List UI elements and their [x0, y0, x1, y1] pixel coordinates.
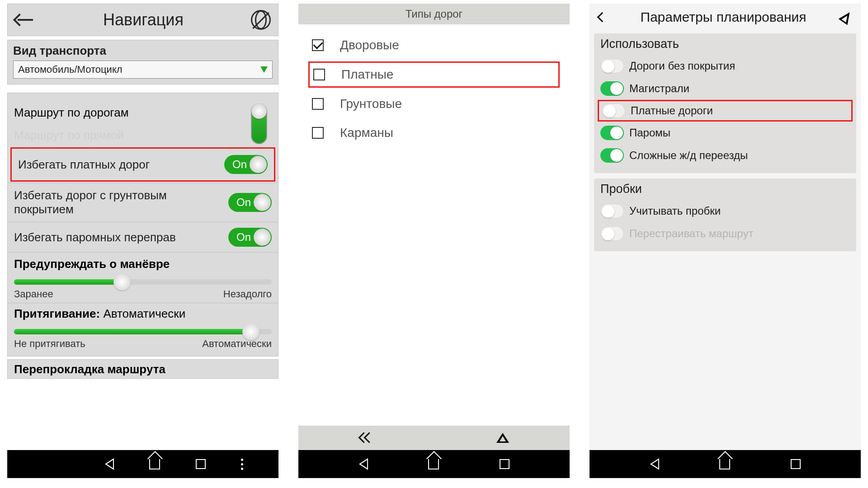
- avoid-unpaved-label: Избегать дорог с грунтовым покрытием: [14, 188, 177, 216]
- android-navbar: [7, 450, 278, 478]
- opt-label: Дороги без покрытия: [629, 60, 735, 72]
- road-type-pockets[interactable]: Карманы: [312, 118, 556, 147]
- opt-toll-highlight[interactable]: Платные дороги: [598, 100, 853, 122]
- nav-recent-icon[interactable]: [500, 459, 509, 469]
- traffic-group-title: Пробки: [600, 182, 850, 196]
- header-bar: Типы дорог: [298, 4, 570, 24]
- nav-home-icon[interactable]: [428, 459, 439, 469]
- opt-label: Учитывать пробки: [629, 205, 721, 217]
- slider-knob[interactable]: [113, 273, 131, 291]
- road-type-label: Платные: [341, 67, 393, 82]
- toggle-on-text: On: [236, 196, 251, 209]
- toggle-knob: [602, 228, 614, 240]
- opt-consider-traffic[interactable]: Учитывать пробки: [600, 200, 850, 222]
- avoid-toll-toggle[interactable]: On: [224, 155, 268, 174]
- toggle-knob: [610, 127, 623, 139]
- avoid-unpaved-toggle[interactable]: On: [228, 193, 272, 212]
- opt-unpaved[interactable]: Дороги без покрытия: [600, 55, 850, 77]
- snap-title: Притягивание: Автоматически: [14, 307, 272, 321]
- globe-compass-icon[interactable]: [251, 10, 271, 30]
- android-navbar: [590, 450, 861, 478]
- opt-highways[interactable]: Магистрали: [600, 77, 850, 100]
- toggle-knob: [602, 60, 614, 73]
- avoid-ferry-row: Избегать паромных переправ On: [8, 222, 278, 252]
- reroute-section-header: Перепрокладка маршрута: [7, 359, 278, 379]
- nav-home-icon[interactable]: [149, 459, 160, 469]
- use-group-title: Использовать: [600, 37, 850, 51]
- snap-title-value: Автоматически: [103, 307, 185, 320]
- road-type-unpaved[interactable]: Грунтовые: [312, 89, 556, 118]
- checkbox-icon[interactable]: [312, 98, 324, 110]
- toggle-knob: [610, 149, 623, 162]
- nav-back-icon[interactable]: [105, 458, 114, 470]
- opt-label: Перестраивать маршрут: [629, 227, 753, 240]
- maneuver-slider[interactable]: [14, 279, 272, 285]
- traffic-group: Пробки Учитывать пробки Перестраивать ма…: [594, 178, 856, 251]
- checkbox-icon[interactable]: [313, 69, 325, 80]
- toggle[interactable]: [600, 59, 624, 73]
- road-type-label: Дворовые: [340, 38, 399, 52]
- avoid-toll-label: Избегать платных дорог: [18, 158, 150, 172]
- toggle[interactable]: [600, 148, 624, 163]
- toggle-knob: [251, 103, 267, 119]
- toggle[interactable]: [600, 81, 624, 96]
- toggle[interactable]: [602, 103, 625, 118]
- slider-knob[interactable]: [242, 323, 259, 340]
- maneuver-slider-section: Предупреждать о манёвре Заранее Незадолг…: [8, 252, 278, 303]
- snap-slider-section: Притягивание: Автоматически Не притягива…: [8, 303, 278, 352]
- snap-slider[interactable]: [14, 329, 272, 334]
- page-title: Типы дорог: [406, 8, 463, 20]
- road-type-toll-highlight[interactable]: Платные: [308, 61, 560, 88]
- nav-up-outline-icon[interactable]: [496, 433, 509, 443]
- back-arrow-icon[interactable]: [15, 9, 36, 30]
- toggle-knob: [254, 229, 271, 246]
- opt-rail-crossings[interactable]: Сложные ж/д переезды: [600, 144, 850, 167]
- toggle-knob: [250, 156, 267, 173]
- opt-label: Паромы: [629, 127, 670, 139]
- route-mode-toggle[interactable]: [251, 103, 267, 144]
- reroute-title: Перепрокладка маршрута: [14, 362, 272, 376]
- phone-2-road-types: Типы дорог Дворовые Платные Грунтовые Ка…: [298, 4, 570, 478]
- nav-back-icon[interactable]: [359, 458, 368, 470]
- nav-home-icon[interactable]: [719, 459, 730, 469]
- avoid-toll-row-highlight: Избегать платных дорог On: [10, 147, 275, 182]
- toggle: [600, 226, 624, 241]
- double-back-icon[interactable]: [359, 431, 375, 445]
- transport-dropdown[interactable]: Автомобиль/Мотоцикл: [13, 61, 273, 79]
- nav-recent-icon[interactable]: [791, 459, 801, 469]
- opt-ferries[interactable]: Паромы: [600, 122, 850, 144]
- checkbox-icon[interactable]: [312, 127, 324, 139]
- transport-value: Автомобиль/Мотоцикл: [18, 64, 123, 75]
- opt-reroute-traffic: Перестраивать маршрут: [600, 222, 850, 245]
- transport-section-title: Вид транспорта: [13, 44, 273, 58]
- toggle-on-text: On: [236, 231, 251, 244]
- avoid-unpaved-row: Избегать дорог с грунтовым покрытием On: [8, 183, 278, 222]
- header-bar: Параметры планирования: [590, 4, 861, 31]
- maneuver-left-label: Заранее: [14, 288, 53, 300]
- road-type-yard[interactable]: Дворовые: [312, 31, 556, 60]
- header-bar: Навигация: [7, 4, 278, 36]
- android-navbar: [298, 450, 570, 478]
- use-group: Использовать Дороги без покрытия Магистр…: [594, 33, 856, 173]
- route-mode-row: Маршрут по дорогам Маршрут по прямой: [8, 98, 278, 146]
- snap-right-label: Автоматически: [202, 338, 272, 350]
- toggle-knob: [603, 105, 616, 117]
- route-straight-label: Маршрут по прямой: [14, 124, 129, 146]
- toggle-knob: [254, 194, 271, 211]
- toggle-on-text: On: [232, 158, 247, 171]
- checkbox-icon[interactable]: [312, 39, 324, 51]
- slider-fill: [14, 329, 251, 334]
- avoid-ferry-toggle[interactable]: On: [228, 228, 272, 247]
- nav-recent-icon[interactable]: [196, 459, 206, 469]
- phone-1-navigation: Навигация Вид транспорта Автомобиль/Мото…: [7, 4, 278, 478]
- toggle[interactable]: [600, 204, 624, 218]
- route-settings-section: Маршрут по дорогам Маршрут по прямой Изб…: [7, 93, 278, 357]
- transport-section: Вид транспорта Автомобиль/Мотоцикл: [7, 40, 278, 84]
- snap-title-prefix: Притягивание:: [14, 307, 103, 320]
- page-title: Параметры планирования: [606, 9, 841, 25]
- page-title: Навигация: [36, 10, 251, 29]
- toggle[interactable]: [600, 126, 624, 140]
- nav-back-icon[interactable]: [650, 458, 659, 470]
- avoid-toll-row: Избегать платных дорог On: [15, 153, 270, 176]
- nav-menu-icon[interactable]: [241, 459, 243, 470]
